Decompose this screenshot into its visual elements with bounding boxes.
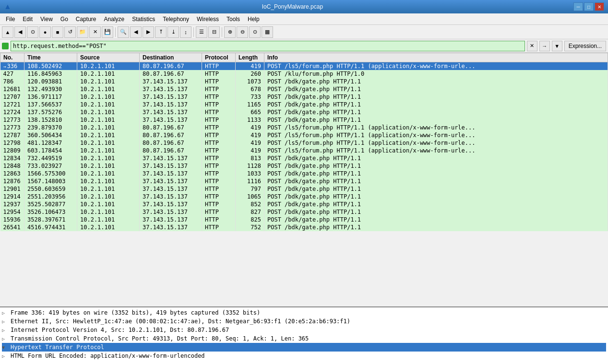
- packet-info: POST /bdk/gate.php HTTP/1.1: [264, 116, 608, 124]
- menu-item-go[interactable]: Go: [57, 15, 72, 23]
- table-row[interactable]: 12773138.15281010.2.1.10137.143.15.137HT…: [0, 116, 608, 124]
- packet-time: 137.566537: [24, 101, 77, 108]
- next-packet-button[interactable]: ▶: [143, 26, 154, 38]
- table-row[interactable]: 427116.84596310.2.1.10180.87.196.67HTTP2…: [0, 70, 608, 78]
- zoom-reset-button[interactable]: ⊙: [249, 26, 261, 38]
- expand-icon: ▼: [2, 345, 9, 350]
- packet-time: 2551.203956: [24, 193, 77, 200]
- filter-clear-button[interactable]: ✕: [527, 41, 537, 51]
- packet-list-wrapper[interactable]: No.TimeSourceDestinationProtocolLengthIn…: [0, 53, 608, 306]
- menu-item-capture[interactable]: Capture: [72, 15, 100, 23]
- menu-item-file[interactable]: File: [2, 15, 19, 23]
- menu-item-analyze[interactable]: Analyze: [100, 15, 129, 23]
- col-header-length[interactable]: Length: [236, 53, 264, 62]
- packet-time: 239.879370: [24, 124, 77, 131]
- detail-row[interactable]: ▷Transmission Control Protocol, Src Port…: [2, 334, 606, 343]
- table-row[interactable]: 128631566.57530010.2.1.10137.143.15.137H…: [0, 170, 608, 177]
- back-button[interactable]: ◀: [14, 26, 26, 38]
- col-header-no[interactable]: No.: [0, 53, 24, 62]
- packet-info: POST /bdk/gate.php HTTP/1.1: [264, 101, 608, 108]
- menu-item-wireless[interactable]: Wireless: [193, 15, 223, 23]
- packet-length: 1065: [236, 193, 264, 200]
- packet-info: POST /ls5/forum.php HTTP/1.1 (applicatio…: [264, 147, 608, 154]
- filter-input[interactable]: [11, 41, 525, 51]
- maximize-button[interactable]: □: [584, 2, 594, 11]
- table-row[interactable]: 159363528.39767110.2.1.10137.143.15.137H…: [0, 216, 608, 223]
- first-packet-button[interactable]: ⤒: [155, 26, 167, 38]
- col-header-time[interactable]: Time: [24, 53, 77, 62]
- prev-packet-button[interactable]: ◀: [130, 26, 142, 38]
- list-view-button[interactable]: ☰: [196, 26, 207, 38]
- table-row[interactable]: 129142551.20395610.2.1.10137.143.15.137H…: [0, 193, 608, 200]
- table-row[interactable]: 786120.09388110.2.1.10137.143.15.137HTTP…: [0, 78, 608, 85]
- packet-source: 10.2.1.101: [77, 131, 140, 139]
- zoom-in-button[interactable]: ⊕: [224, 26, 236, 38]
- save-button[interactable]: 💾: [102, 26, 113, 38]
- graph-button[interactable]: ▦: [262, 26, 273, 38]
- col-header-info[interactable]: Info: [264, 53, 608, 62]
- toolbar: ▲◀⊙●■↺📁✕💾🔍◀▶⤒⤓↕☰⊟⊕⊖⊙▦: [0, 25, 608, 39]
- filter-arrow-button[interactable]: →: [539, 41, 550, 51]
- table-row[interactable]: 265414516.97443110.2.1.10137.143.15.137H…: [0, 223, 608, 231]
- detail-row[interactable]: ▷HTML Form URL Encoded: application/x-ww…: [2, 352, 606, 360]
- table-row[interactable]: 12787360.50643410.2.1.10180.87.196.67HTT…: [0, 131, 608, 139]
- restart-button[interactable]: ↺: [64, 26, 76, 38]
- expression-button[interactable]: Expression...: [564, 41, 606, 51]
- detail-row[interactable]: ▼Hypertext Transfer Protocol: [2, 343, 606, 352]
- menu-item-view[interactable]: View: [36, 15, 57, 23]
- packet-destination: 80.87.196.67: [140, 70, 202, 78]
- expand-icon: ▷: [2, 328, 9, 333]
- packet-info: POST /bdk/gate.php HTTP/1.1: [264, 216, 608, 223]
- detail-text: Hypertext Transfer Protocol: [11, 344, 104, 351]
- menu-item-help[interactable]: Help: [244, 15, 263, 23]
- table-row[interactable]: 12848733.02392710.2.1.10137.143.15.137HT…: [0, 162, 608, 170]
- menu-item-edit[interactable]: Edit: [19, 15, 36, 23]
- table-row[interactable]: 12707136.97111710.2.1.10137.143.15.137HT…: [0, 93, 608, 101]
- table-row[interactable]: 12773239.87937010.2.1.10180.87.196.67HTT…: [0, 124, 608, 131]
- col-header-source[interactable]: Source: [77, 53, 140, 62]
- bytes-view-button[interactable]: ⊟: [208, 26, 220, 38]
- detail-row[interactable]: ▷Ethernet II, Src: HewlettP_1c:47:ae (00…: [2, 317, 606, 326]
- packet-protocol: HTTP: [202, 116, 236, 124]
- table-row[interactable]: 12721137.56653710.2.1.10137.143.15.137HT…: [0, 101, 608, 108]
- table-row[interactable]: 129543526.10647310.2.1.10137.143.15.137H…: [0, 208, 608, 216]
- packet-destination: 80.87.196.67: [140, 62, 202, 70]
- col-header-protocol[interactable]: Protocol: [202, 53, 236, 62]
- scroll-button[interactable]: ↕: [180, 26, 191, 38]
- menu-item-telephony[interactable]: Telephony: [159, 15, 193, 23]
- table-row[interactable]: 12834732.44951910.2.1.10137.143.15.137HT…: [0, 154, 608, 162]
- table-row[interactable]: 129012550.60365910.2.1.10137.143.15.137H…: [0, 185, 608, 193]
- table-row[interactable]: 12681132.49393010.2.1.10137.143.15.137HT…: [0, 85, 608, 93]
- table-row[interactable]: 128761567.14800310.2.1.10137.143.15.137H…: [0, 177, 608, 185]
- zoom-out-button[interactable]: ⊖: [237, 26, 248, 38]
- table-row[interactable]: 12798481.12834710.2.1.10180.87.196.67HTT…: [0, 139, 608, 147]
- minimize-button[interactable]: ─: [573, 2, 583, 11]
- find-button[interactable]: 🔍: [118, 26, 129, 38]
- close-button[interactable]: ✕: [595, 2, 604, 11]
- packet-no: 12876: [0, 177, 24, 185]
- packet-time: 481.128347: [24, 139, 77, 147]
- open-button[interactable]: 📁: [77, 26, 88, 38]
- detail-row[interactable]: ▷Frame 336: 419 bytes on wire (3352 bits…: [2, 308, 606, 317]
- menu-item-statistics[interactable]: Statistics: [128, 15, 159, 23]
- table-row[interactable]: 12809603.17845410.2.1.10180.87.196.67HTT…: [0, 147, 608, 154]
- filter-dropdown-button[interactable]: ▼: [552, 41, 562, 51]
- col-header-destination[interactable]: Destination: [140, 53, 202, 62]
- close-file-button[interactable]: ✕: [89, 26, 101, 38]
- packet-destination: 37.143.15.137: [140, 193, 202, 200]
- open-file-button[interactable]: ▲: [2, 26, 13, 38]
- last-packet-button[interactable]: ⤓: [167, 26, 179, 38]
- packet-source: 10.2.1.101: [77, 162, 140, 170]
- packet-destination: 37.143.15.137: [140, 185, 202, 193]
- packet-destination: 37.143.15.137: [140, 116, 202, 124]
- table-row[interactable]: 129373525.50287710.2.1.10137.143.15.137H…: [0, 200, 608, 208]
- packet-source: 10.2.1.101: [77, 108, 140, 116]
- packet-length: 419: [236, 139, 264, 147]
- record-button[interactable]: ●: [39, 26, 51, 38]
- menu-item-tools[interactable]: Tools: [223, 15, 244, 23]
- capture-button[interactable]: ⊙: [27, 26, 38, 38]
- detail-row[interactable]: ▷Internet Protocol Version 4, Src: 10.2.…: [2, 326, 606, 334]
- table-row[interactable]: →336108.50249210.2.1.10180.87.196.67HTTP…: [0, 62, 608, 70]
- table-row[interactable]: 12724137.57527610.2.1.10137.143.15.137HT…: [0, 108, 608, 116]
- stop-button[interactable]: ■: [52, 26, 63, 38]
